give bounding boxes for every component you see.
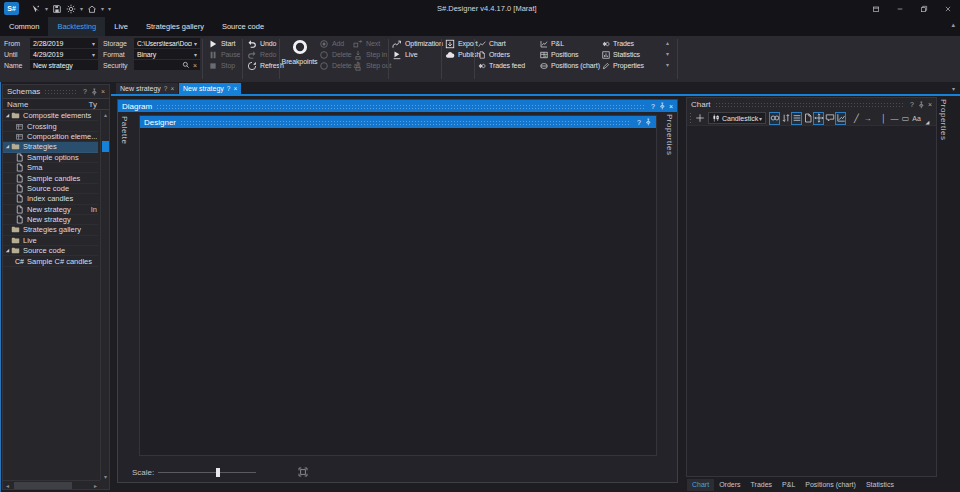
chart-tab-chart[interactable]: Chart bbox=[687, 479, 714, 491]
from-field[interactable]: 2/28/2019▾ bbox=[30, 38, 98, 48]
expander-icon[interactable] bbox=[3, 143, 11, 150]
chart-tool-binoculars[interactable] bbox=[769, 112, 780, 125]
component-chart[interactable]: Chart bbox=[478, 38, 506, 49]
name-field[interactable]: New strategy bbox=[30, 60, 98, 70]
tree-item-new-strategy[interactable]: New strategy bbox=[3, 215, 98, 225]
close-icon[interactable]: × bbox=[928, 101, 932, 108]
tree-item-index-candles[interactable]: Index candles bbox=[3, 194, 98, 204]
tree-item-strategies-gallery[interactable]: Strategies gallery bbox=[3, 225, 98, 235]
chart-tab-statistics[interactable]: Statistics bbox=[861, 479, 899, 491]
pin-icon[interactable] bbox=[90, 88, 98, 96]
pin-icon[interactable] bbox=[644, 118, 652, 126]
chart-tab-trades[interactable]: Trades bbox=[746, 479, 778, 491]
step-in-button[interactable]: Step in bbox=[353, 49, 387, 60]
component-properties[interactable]: Properties bbox=[602, 60, 644, 71]
stop-button[interactable]: Stop bbox=[208, 60, 235, 71]
close-button[interactable] bbox=[936, 0, 960, 17]
home-dropdown[interactable]: ▾ bbox=[101, 5, 104, 12]
settings-dropdown[interactable]: ▾ bbox=[80, 5, 83, 12]
help-icon[interactable]: ? bbox=[164, 85, 168, 92]
pause-button[interactable]: Pause bbox=[208, 49, 240, 60]
chart-tool-text[interactable]: Aa bbox=[911, 112, 922, 125]
component-statistics[interactable]: Statistics bbox=[602, 49, 640, 60]
ribbon-collapse-arrow[interactable]: ▴ bbox=[951, 21, 955, 29]
delete-breakpoint-button[interactable]: Delete bbox=[319, 49, 352, 60]
ribbon-tab-common[interactable]: Common bbox=[0, 17, 48, 36]
connect-dropdown[interactable]: ▾ bbox=[45, 5, 48, 12]
chart-canvas[interactable] bbox=[687, 126, 936, 476]
close-icon[interactable]: × bbox=[101, 88, 105, 95]
scale-slider[interactable] bbox=[158, 472, 256, 473]
component-positions[interactable]: Positions bbox=[540, 49, 579, 60]
chart-tab-positions-chart-[interactable]: Positions (chart) bbox=[800, 479, 861, 491]
home-icon[interactable] bbox=[87, 4, 97, 14]
undo-button[interactable]: Undo bbox=[247, 38, 276, 49]
breakpoints-button[interactable]: Breakpoints bbox=[281, 39, 318, 65]
next-button[interactable]: Next bbox=[353, 38, 380, 49]
pin-icon[interactable] bbox=[658, 102, 666, 110]
help-icon[interactable]: ? bbox=[910, 101, 914, 108]
chart-tool-corner[interactable]: ◢ bbox=[922, 112, 933, 125]
component-trades-feed[interactable]: Trades feed bbox=[478, 60, 525, 71]
minimize-button[interactable] bbox=[888, 0, 912, 17]
series-selector[interactable]: Candlestick ▾ bbox=[708, 112, 766, 124]
tree-item-live[interactable]: Live bbox=[3, 236, 98, 246]
help-icon[interactable]: ? bbox=[651, 103, 655, 110]
pin-window-button[interactable] bbox=[864, 0, 888, 17]
save-icon[interactable] bbox=[52, 4, 62, 14]
help-icon[interactable]: ? bbox=[637, 119, 641, 126]
tree-item-strategies[interactable]: Strategies bbox=[3, 142, 98, 152]
tree-item-sample-candles[interactable]: Sample candles bbox=[3, 173, 98, 183]
tab-list-dropdown[interactable]: ▾ bbox=[952, 85, 955, 92]
tree-item-sample-options[interactable]: Sample options bbox=[3, 153, 98, 163]
chart-tool-doc[interactable] bbox=[802, 112, 813, 125]
palette-tab[interactable]: Palette bbox=[120, 116, 129, 144]
close-icon[interactable]: × bbox=[669, 103, 673, 110]
optimization-button[interactable]: Optimization bbox=[392, 38, 443, 49]
start-button[interactable]: Start bbox=[208, 38, 235, 49]
toolbar-grip[interactable] bbox=[689, 112, 693, 124]
until-field[interactable]: 4/29/2019▾ bbox=[30, 49, 98, 59]
close-icon[interactable]: × bbox=[233, 85, 237, 92]
properties-tab[interactable]: Properties bbox=[665, 114, 674, 155]
chart-tool-vline[interactable]: │ bbox=[878, 112, 889, 125]
chart-tab-p&l[interactable]: P&L bbox=[777, 479, 800, 491]
chart-tab-orders[interactable]: Orders bbox=[714, 479, 745, 491]
tree-item-sample-c#-candles[interactable]: C#Sample C# candles bbox=[3, 256, 98, 266]
chart-properties-tab[interactable]: Properties bbox=[939, 99, 948, 140]
schemas-column-header[interactable]: Name Ty bbox=[3, 98, 109, 110]
components-scroll-arrows[interactable]: ▴▾▾ bbox=[666, 38, 669, 71]
component-p-l[interactable]: P&L bbox=[540, 38, 564, 49]
redo-button[interactable]: Redo bbox=[247, 49, 276, 60]
pin-icon[interactable] bbox=[917, 101, 925, 109]
vertical-scrollbar[interactable]: ▴ ▾ bbox=[100, 111, 109, 480]
scale-slider-thumb[interactable] bbox=[216, 468, 220, 477]
tree-item-source-code[interactable]: Source code bbox=[3, 246, 98, 256]
chart-tool-line[interactable]: ╱ bbox=[851, 112, 862, 125]
app-logo[interactable]: S# bbox=[4, 2, 19, 15]
document-tab-new-strategy[interactable]: New strategy?× bbox=[116, 83, 178, 94]
ribbon-tab-live[interactable]: Live bbox=[105, 17, 137, 36]
chart-tool-hline[interactable]: — bbox=[889, 112, 900, 125]
storage-field[interactable]: C:\Users\tesar\Documer▾ bbox=[134, 38, 200, 48]
clear-icon[interactable]: × bbox=[193, 62, 197, 69]
chart-tool-rect[interactable]: ▭ bbox=[900, 112, 911, 125]
component-trades[interactable]: Trades bbox=[602, 38, 634, 49]
chart-tool-sort[interactable] bbox=[780, 112, 791, 125]
chart-tool-axis[interactable] bbox=[835, 112, 846, 125]
tree-item-crossing[interactable]: Crossing bbox=[3, 121, 98, 131]
document-tab-new-strategy[interactable]: New strategy?× bbox=[179, 83, 241, 94]
qat-overflow-dropdown[interactable]: ▾ bbox=[108, 5, 111, 12]
add-breakpoint-button[interactable]: Add bbox=[319, 38, 344, 49]
security-field[interactable]: × bbox=[134, 60, 200, 70]
expander-icon[interactable] bbox=[3, 112, 11, 119]
chart-tool-arrow[interactable]: → bbox=[862, 112, 873, 125]
component-positions-chart-[interactable]: Positions (chart) bbox=[540, 60, 600, 71]
fit-to-screen-icon[interactable] bbox=[298, 467, 308, 477]
add-indicator-button[interactable] bbox=[694, 112, 705, 125]
connect-icon[interactable] bbox=[31, 4, 41, 14]
tree-item-source-code[interactable]: Source code bbox=[3, 184, 98, 194]
ribbon-tab-source-code[interactable]: Source code bbox=[213, 17, 273, 36]
help-icon[interactable]: ? bbox=[227, 85, 231, 92]
tree-item-new-strategy[interactable]: New strategyIn bbox=[3, 205, 98, 215]
